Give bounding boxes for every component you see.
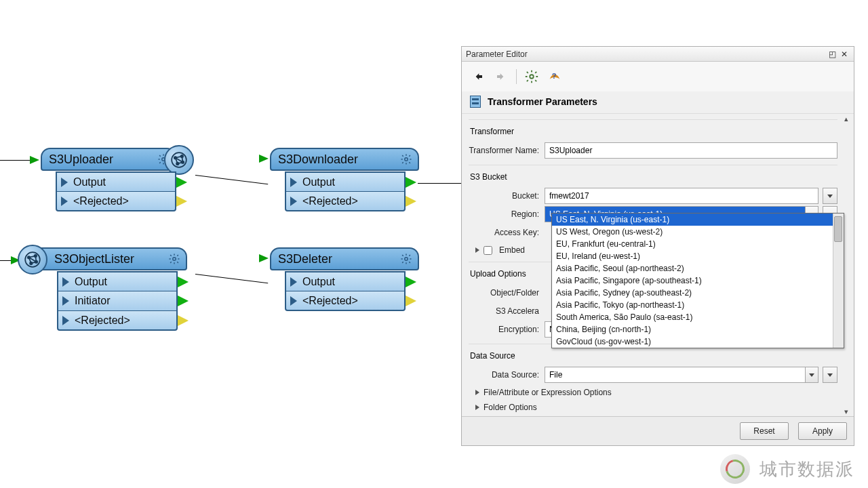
data-source-input[interactable]: [545, 367, 805, 383]
port-connector-icon[interactable]: [406, 277, 416, 287]
transformer-name-label: Transformer Name:: [469, 146, 545, 155]
region-option[interactable]: GovCloud (us-gov-west-1): [552, 336, 844, 348]
chevron-right-icon: [475, 247, 479, 253]
watermark: 城市数据派: [720, 454, 854, 484]
port-label: Output: [73, 176, 106, 188]
embed-label: Embed: [499, 245, 525, 255]
connector: [418, 183, 461, 184]
port-connector-icon[interactable]: [178, 296, 189, 306]
port-in-icon[interactable]: [259, 155, 269, 163]
port-rejected[interactable]: <Rejected>: [57, 310, 178, 331]
play-icon: [290, 296, 297, 306]
svg-point-13: [405, 258, 408, 261]
port-connector-icon[interactable]: [406, 296, 416, 306]
bucket-input[interactable]: [545, 188, 818, 204]
region-option-selected[interactable]: US East, N. Virginia (us-east-1): [552, 214, 844, 226]
data-source-more-button[interactable]: [823, 367, 837, 383]
node-s3objectlister[interactable]: S3ObjectLister Output Initiator <Rejecte…: [22, 247, 187, 331]
region-option[interactable]: South America, São Paulo (sa-east-1): [552, 311, 844, 323]
play-icon: [62, 316, 69, 325]
settings-button[interactable]: [522, 67, 541, 86]
gear-icon[interactable]: [167, 251, 182, 266]
port-in-icon[interactable]: [259, 254, 269, 262]
region-option[interactable]: Asia Pacific, Sydney (ap-southeast-2): [552, 287, 844, 299]
embed-checkbox[interactable]: [484, 246, 492, 255]
svg-point-6: [405, 158, 408, 161]
port-label: <Rejected>: [75, 314, 130, 327]
forward-button[interactable]: [492, 67, 511, 86]
close-icon[interactable]: ✕: [839, 49, 850, 59]
svg-point-14: [530, 75, 534, 79]
node-title[interactable]: S3ObjectLister: [22, 247, 187, 270]
port-rejected[interactable]: <Rejected>: [56, 191, 176, 211]
node-title-label: S3Uploader: [49, 152, 113, 167]
object-folder-label: Object/Folder: [469, 288, 545, 298]
region-option[interactable]: China, Beijing (cn-north-1): [552, 323, 844, 336]
region-option[interactable]: Asia Pacific, Tokyo (ap-northeast-1): [552, 299, 844, 311]
port-output[interactable]: Output: [57, 271, 178, 291]
node-title-label: S3Deleter: [278, 252, 332, 266]
play-icon: [290, 197, 297, 206]
port-output[interactable]: Output: [56, 171, 176, 192]
port-rejected[interactable]: <Rejected>: [285, 291, 406, 311]
panel-titlebar[interactable]: Parameter Editor ◰ ✕: [462, 47, 854, 62]
section-title: Transformer Parameters: [488, 96, 597, 107]
port-connector-icon[interactable]: [178, 315, 189, 326]
bucket-more-button[interactable]: [823, 188, 837, 204]
apply-button[interactable]: Apply: [798, 422, 847, 440]
region-option[interactable]: EU, Ireland (eu-west-1): [552, 250, 844, 262]
port-output[interactable]: Output: [285, 171, 406, 192]
data-source-label: Data Source:: [469, 370, 545, 380]
node-s3downloader[interactable]: S3Downloader Output <Rejected>: [270, 148, 419, 211]
gear-icon[interactable]: [399, 152, 414, 167]
chevron-down-icon[interactable]: [805, 367, 818, 383]
port-label: Output: [75, 276, 107, 288]
port-connector-icon[interactable]: [406, 196, 416, 207]
bucket-label: Bucket:: [469, 191, 545, 201]
node-title[interactable]: S3Deleter: [270, 247, 419, 270]
reset-button[interactable]: Reset: [740, 422, 789, 440]
expander-label: File/Attribute or Expression Options: [484, 388, 612, 397]
transformer-name-input[interactable]: [545, 142, 837, 159]
help-button[interactable]: ?: [545, 67, 564, 86]
port-label: <Rejected>: [302, 295, 358, 307]
region-dropdown[interactable]: US East, N. Virginia (us-east-1) US West…: [551, 213, 844, 348]
dropdown-scrollbar[interactable]: [833, 214, 844, 348]
node-s3deleter[interactable]: S3Deleter Output <Rejected>: [270, 247, 419, 311]
parameter-editor-panel: Parameter Editor ◰ ✕ ? Transformer Param…: [461, 46, 854, 446]
port-connector-icon[interactable]: [176, 177, 187, 188]
play-icon: [61, 197, 68, 206]
node-title-label: S3ObjectLister: [54, 252, 134, 266]
port-initiator[interactable]: Initiator: [57, 291, 178, 311]
file-attribute-expander[interactable]: File/Attribute or Expression Options: [469, 385, 837, 400]
region-option[interactable]: US West, Oregon (us-west-2): [552, 226, 844, 238]
group-data-source: Data Source: [469, 348, 837, 365]
dock-icon[interactable]: ◰: [827, 49, 837, 59]
workflow-canvas[interactable]: S3Uploader Output <Rejected> S3Downloade…: [0, 0, 461, 488]
node-title[interactable]: S3Uploader: [41, 148, 176, 171]
scroll-down-icon[interactable]: ▾: [842, 407, 851, 416]
watermark-text: 城市数据派: [760, 458, 854, 481]
node-title[interactable]: S3Downloader: [270, 148, 419, 171]
port-connector-icon[interactable]: [176, 196, 187, 207]
scroll-thumb[interactable]: [834, 216, 842, 242]
encryption-label: Encryption:: [469, 325, 545, 334]
gear-icon[interactable]: [399, 251, 414, 266]
data-source-combo[interactable]: [545, 367, 818, 383]
region-option[interactable]: Asia Pacific, Seoul (ap-northeast-2): [552, 262, 844, 274]
back-button[interactable]: [469, 67, 488, 86]
panel-title: Parameter Editor: [466, 49, 528, 59]
transformer-icon: [470, 96, 481, 108]
port-output[interactable]: Output: [285, 271, 406, 291]
port-connector-icon[interactable]: [178, 277, 189, 287]
port-connector-icon[interactable]: [406, 177, 416, 188]
port-rejected[interactable]: <Rejected>: [285, 191, 406, 211]
connector-arrow: [30, 156, 39, 164]
node-s3uploader[interactable]: S3Uploader Output <Rejected>: [41, 148, 176, 211]
folder-options-expander[interactable]: Folder Options: [469, 400, 837, 415]
scroll-up-icon[interactable]: ▴: [842, 114, 851, 123]
region-label: Region:: [469, 209, 545, 219]
play-icon: [62, 296, 69, 306]
region-option[interactable]: EU, Frankfurt (eu-central-1): [552, 238, 844, 250]
region-option[interactable]: Asia Pacific, Singapore (ap-southeast-1): [552, 274, 844, 287]
